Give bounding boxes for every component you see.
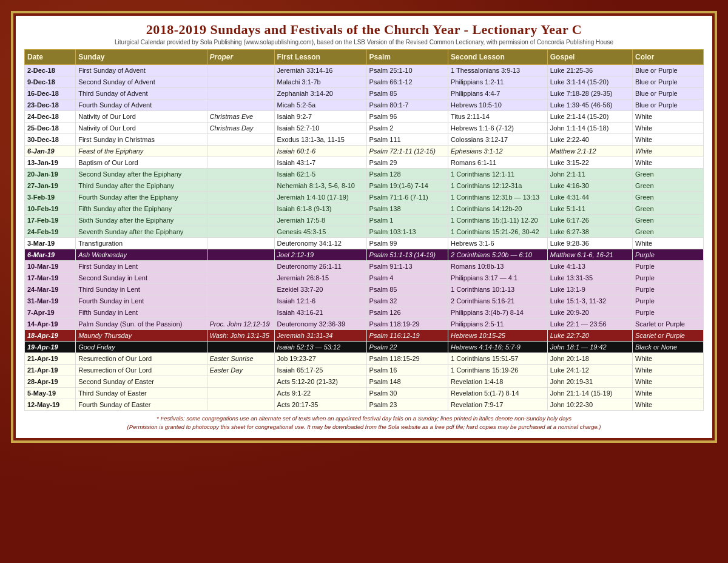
cell-color: Purple — [633, 284, 704, 295]
cell-second: Ephesians 3:1-12 — [448, 146, 548, 157]
cell-gospel: Luke 2:1-14 (15-20) — [547, 111, 632, 123]
table-row: 10-Feb-19 Fifth Sunday after the Epiphan… — [25, 203, 704, 215]
cell-sunday: Fourth Sunday after the Epiphany — [76, 192, 207, 203]
footer-line2: (Permission is granted to photocopy this… — [24, 423, 704, 431]
cell-psalm: Psalm 4 — [366, 272, 448, 284]
table-row: 25-Dec-18 Nativity of Our Lord Christmas… — [25, 123, 704, 134]
cell-proper — [207, 157, 274, 169]
cell-second: Hebrews 10:5-10 — [448, 99, 548, 111]
cell-first: Acts 5:12-20 (21-32) — [274, 376, 366, 388]
cell-date: 25-Dec-18 — [25, 123, 76, 134]
cell-gospel: Luke 1:39-45 (46-56) — [547, 99, 632, 111]
cell-color: Blue or Purple — [633, 76, 704, 88]
cell-psalm: Psalm 80:1-7 — [366, 99, 448, 111]
cell-second: 1 Corinthians 10:1-13 — [448, 284, 548, 295]
table-row: 6-Mar-19 Ash Wednesday Joel 2:12-19 Psal… — [25, 249, 704, 261]
cell-color: Scarlet or Purple — [633, 319, 704, 330]
cell-first: Nehemiah 8:1-3, 5-6, 8-10 — [274, 180, 366, 192]
cell-sunday: Second Sunday after the Epiphany — [76, 169, 207, 180]
cell-psalm: Psalm 103:1-13 — [366, 226, 448, 238]
cell-proper: Christmas Eve — [207, 111, 274, 123]
table-row: 31-Mar-19 Fourth Sunday in Lent Isaiah 1… — [25, 295, 704, 307]
cell-sunday: Sixth Sunday after the Epiphany — [76, 215, 207, 226]
cell-second: Revelation 5:(1-7) 8-14 — [448, 388, 548, 399]
cell-gospel: Luke 5:1-11 — [547, 203, 632, 215]
cell-psalm: Psalm 72:1-11 (12-15) — [366, 146, 448, 157]
cell-first: Jeremiah 33:14-16 — [274, 65, 366, 76]
outer-border: 2018-2019 Sundays and Festivals of the C… — [11, 11, 717, 443]
cell-proper: Easter Sunrise — [207, 353, 274, 365]
cell-sunday: Second Sunday of Easter — [76, 376, 207, 388]
cell-color: White — [633, 111, 704, 123]
col-header-color: Color — [633, 50, 704, 65]
table-row: 30-Dec-18 First Sunday in Christmas Exod… — [25, 134, 704, 146]
cell-date: 23-Dec-18 — [25, 99, 76, 111]
cell-proper: Easter Day — [207, 365, 274, 376]
col-header-psalm: Psalm — [366, 50, 448, 65]
cell-sunday: Good Friday — [76, 342, 207, 353]
cell-second: Philippians 4:4-7 — [448, 88, 548, 99]
cell-date: 19-Apr-19 — [25, 342, 76, 353]
cell-first: Micah 5:2-5a — [274, 99, 366, 111]
cell-psalm: Psalm 128 — [366, 169, 448, 180]
cell-second: Revelation 7:9-17 — [448, 399, 548, 411]
cell-psalm: Psalm 29 — [366, 157, 448, 169]
table-row: 28-Apr-19 Second Sunday of Easter Acts 5… — [25, 376, 704, 388]
cell-color: Black or None — [633, 342, 704, 353]
cell-color: White — [633, 365, 704, 376]
table-row: 6-Jan-19 Feast of the Epiphany Isaiah 60… — [25, 146, 704, 157]
cell-second: Philippians 3:17 — 4:1 — [448, 272, 548, 284]
cell-sunday: Resurrection of Our Lord — [76, 365, 207, 376]
cell-proper — [207, 88, 274, 99]
table-row: 12-May-19 Fourth Sunday of Easter Acts 2… — [25, 399, 704, 411]
cell-date: 6-Jan-19 — [25, 146, 76, 157]
table-row: 5-May-19 Third Sunday of Easter Acts 9:1… — [25, 388, 704, 399]
cell-date: 13-Jan-19 — [25, 157, 76, 169]
cell-first: Exodus 13:1-3a, 11-15 — [274, 134, 366, 146]
cell-gospel: Luke 4:1-13 — [547, 261, 632, 272]
cell-color: Green — [633, 215, 704, 226]
cell-proper — [207, 376, 274, 388]
cell-second: 1 Corinthians 15:21-26, 30-42 — [448, 226, 548, 238]
footer-note: * Festivals: some congregations use an a… — [24, 414, 704, 432]
cell-gospel: John 1:1-14 (15-18) — [547, 123, 632, 134]
table-row: 14-Apr-19 Palm Sunday (Sun. of the Passi… — [25, 319, 704, 330]
cell-gospel: Luke 13:1-9 — [547, 284, 632, 295]
cell-color: Green — [633, 180, 704, 192]
cell-second: Romans 6:1-11 — [448, 157, 548, 169]
cell-proper — [207, 272, 274, 284]
cell-second: Philippians 2:5-11 — [448, 319, 548, 330]
cell-color: Green — [633, 192, 704, 203]
cell-date: 28-Apr-19 — [25, 376, 76, 388]
table-row: 3-Feb-19 Fourth Sunday after the Epiphan… — [25, 192, 704, 203]
cell-proper — [207, 192, 274, 203]
cell-second: Hebrews 3:1-6 — [448, 238, 548, 249]
cell-first: Jeremiah 1:4-10 (17-19) — [274, 192, 366, 203]
table-row: 24-Dec-18 Nativity of Our Lord Christmas… — [25, 111, 704, 123]
cell-first: Isaiah 12:1-6 — [274, 295, 366, 307]
cell-second: Revelation 1:4-18 — [448, 376, 548, 388]
cell-sunday: Fourth Sunday of Advent — [76, 99, 207, 111]
table-row: 9-Dec-18 Second Sunday of Advent Malachi… — [25, 76, 704, 88]
table-row: 19-Apr-19 Good Friday Isaiah 52:13 — 53:… — [25, 342, 704, 353]
cell-psalm: Psalm 118:19-29 — [366, 319, 448, 330]
table-row: 23-Dec-18 Fourth Sunday of Advent Micah … — [25, 99, 704, 111]
cell-date: 17-Feb-19 — [25, 215, 76, 226]
cell-sunday: Seventh Sunday after the Epiphany — [76, 226, 207, 238]
cell-proper — [207, 249, 274, 261]
cell-proper — [207, 399, 274, 411]
cell-gospel: Luke 4:31-44 — [547, 192, 632, 203]
cell-psalm: Psalm 25:1-10 — [366, 65, 448, 76]
cell-first: Isaiah 60:1-6 — [274, 146, 366, 157]
cell-gospel: Luke 3:1-14 (15-20) — [547, 76, 632, 88]
cell-date: 31-Mar-19 — [25, 295, 76, 307]
col-header-proper: Proper — [207, 50, 274, 65]
cell-proper: Wash: John 13:1-35 — [207, 330, 274, 342]
cell-date: 24-Dec-18 — [25, 111, 76, 123]
cell-date: 7-Apr-19 — [25, 307, 76, 319]
cell-sunday: Baptism of Our Lord — [76, 157, 207, 169]
cell-psalm: Psalm 99 — [366, 238, 448, 249]
cell-first: Job 19:23-27 — [274, 353, 366, 365]
cell-psalm: Psalm 51:1-13 (14-19) — [366, 249, 448, 261]
cell-sunday: Palm Sunday (Sun. of the Passion) — [76, 319, 207, 330]
